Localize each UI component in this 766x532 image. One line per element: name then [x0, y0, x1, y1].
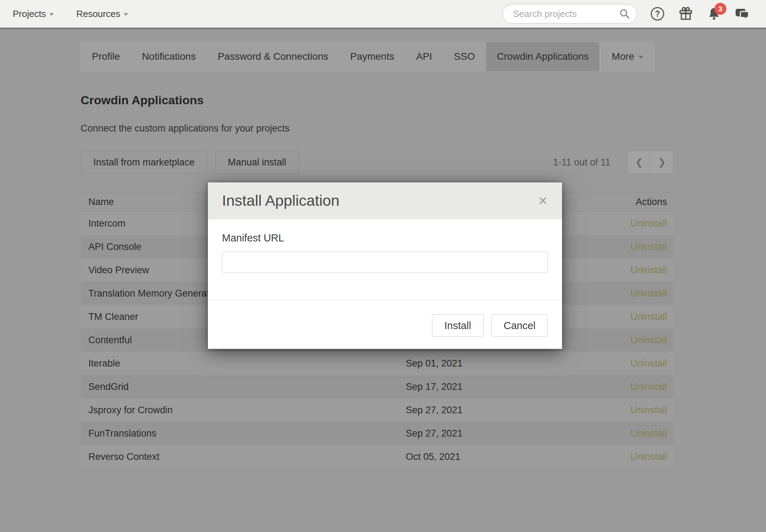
- pager-next-button[interactable]: ❯: [650, 151, 673, 173]
- chevron-right-icon: ❯: [658, 157, 666, 168]
- gift-button[interactable]: [678, 6, 694, 22]
- app-date: Sep 01, 2021: [406, 358, 596, 369]
- uninstall-link[interactable]: Uninstall: [630, 358, 667, 369]
- chevron-left-icon: ❮: [635, 157, 643, 168]
- table-row: FunTranslations Sep 27, 2021 Uninstall: [81, 422, 673, 445]
- notification-badge: 3: [714, 3, 726, 15]
- close-icon[interactable]: ✕: [538, 195, 548, 207]
- tab-payments[interactable]: Payments: [339, 42, 405, 71]
- caret-down-icon: [124, 13, 128, 16]
- uninstall-link[interactable]: Uninstall: [630, 265, 667, 275]
- messages-button[interactable]: [734, 6, 750, 22]
- nav-resources[interactable]: Resources: [76, 8, 128, 19]
- caret-down-icon: [638, 56, 643, 59]
- app-name: Jsproxy for Crowdin: [81, 405, 406, 416]
- tab-crowdin-applications[interactable]: Crowdin Applications: [486, 42, 600, 71]
- install-button[interactable]: Install: [432, 314, 484, 337]
- app-name: Reverso Context: [81, 451, 406, 462]
- uninstall-link[interactable]: Uninstall: [630, 428, 667, 439]
- topbar: Projects Resources ? 3: [0, 0, 766, 28]
- app-date: Oct 05, 2021: [406, 451, 596, 462]
- nav-projects-label: Projects: [13, 8, 46, 19]
- tab-sso[interactable]: SSO: [443, 42, 486, 71]
- search-icon[interactable]: [619, 8, 630, 21]
- page-subtitle: Connect the custom applications for your…: [81, 123, 673, 134]
- gift-icon: [678, 6, 694, 22]
- nav-resources-label: Resources: [76, 8, 120, 19]
- search-input[interactable]: [502, 4, 637, 24]
- app-name: FunTranslations: [81, 428, 406, 439]
- uninstall-link[interactable]: Uninstall: [630, 218, 667, 229]
- app-date: Sep 17, 2021: [406, 381, 596, 392]
- table-row: Iterable Sep 01, 2021 Uninstall: [81, 352, 673, 375]
- uninstall-link[interactable]: Uninstall: [630, 335, 667, 345]
- page-title: Crowdin Applications: [81, 93, 673, 107]
- pager-prev-button[interactable]: ❮: [628, 151, 650, 173]
- manifest-url-input[interactable]: [222, 252, 548, 273]
- manual-install-button[interactable]: Manual install: [215, 151, 299, 174]
- install-from-marketplace-button[interactable]: Install from marketplace: [81, 151, 207, 174]
- column-header-actions: Actions: [596, 197, 673, 207]
- app-name: SendGrid: [81, 381, 406, 392]
- toolbar: Install from marketplace Manual install …: [81, 151, 673, 174]
- caret-down-icon: [49, 13, 54, 16]
- modal-footer: Install Cancel: [208, 300, 562, 349]
- chat-icon: [734, 6, 750, 22]
- modal-body: Manifest URL: [208, 219, 562, 273]
- uninstall-link[interactable]: Uninstall: [630, 288, 667, 299]
- uninstall-link[interactable]: Uninstall: [630, 311, 667, 322]
- install-application-modal: Install Application ✕ Manifest URL Insta…: [208, 182, 562, 349]
- tab-more[interactable]: More: [600, 42, 654, 71]
- uninstall-link[interactable]: Uninstall: [630, 241, 667, 252]
- help-icon: ?: [651, 7, 664, 21]
- tab-notifications[interactable]: Notifications: [131, 42, 207, 71]
- tab-profile[interactable]: Profile: [81, 42, 131, 71]
- pagination-range: 1-11 out of 11: [553, 157, 610, 168]
- cancel-button[interactable]: Cancel: [491, 314, 548, 337]
- pager: ❮ ❯: [627, 151, 673, 174]
- modal-title: Install Application: [222, 192, 339, 209]
- tab-api[interactable]: API: [405, 42, 443, 71]
- tab-more-label: More: [612, 51, 634, 62]
- app-name: Iterable: [81, 358, 406, 369]
- uninstall-link[interactable]: Uninstall: [630, 405, 667, 415]
- modal-header: Install Application ✕: [208, 182, 562, 219]
- help-button[interactable]: ?: [649, 6, 666, 22]
- table-row: SendGrid Sep 17, 2021 Uninstall: [81, 375, 673, 398]
- uninstall-link[interactable]: Uninstall: [630, 381, 667, 392]
- settings-tabs: Profile Notifications Password & Connect…: [81, 42, 655, 71]
- app-date: Sep 27, 2021: [406, 428, 596, 439]
- manifest-url-label: Manifest URL: [222, 232, 548, 244]
- uninstall-link[interactable]: Uninstall: [630, 451, 667, 462]
- nav-projects[interactable]: Projects: [13, 8, 54, 19]
- app-date: Sep 27, 2021: [406, 405, 596, 416]
- tab-password-connections[interactable]: Password & Connections: [207, 42, 339, 71]
- search-projects: [502, 4, 637, 24]
- notifications-button[interactable]: 3: [706, 6, 722, 22]
- table-row: Reverso Context Oct 05, 2021 Uninstall: [81, 445, 673, 468]
- table-row: Jsproxy for Crowdin Sep 27, 2021 Uninsta…: [81, 398, 673, 422]
